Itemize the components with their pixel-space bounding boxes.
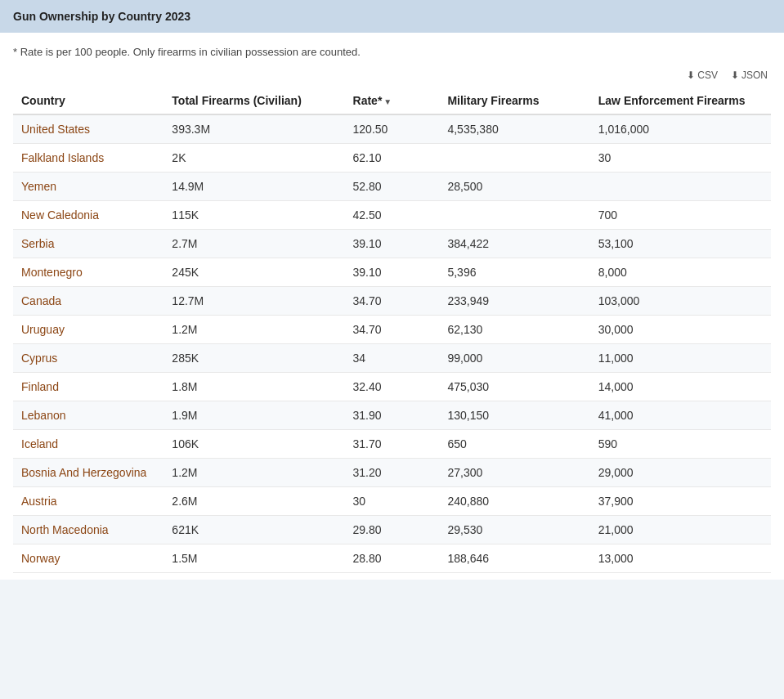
cell-total: 14.9M bbox=[164, 173, 344, 201]
table-row: Montenegro245K39.105,3968,000 bbox=[13, 258, 771, 287]
cell-country: Falkland Islands bbox=[13, 144, 164, 173]
table-row: Uruguay1.2M34.7062,13030,000 bbox=[13, 316, 771, 344]
cell-country: North Macedonia bbox=[13, 516, 164, 544]
cell-total: 12.7M bbox=[164, 287, 344, 316]
cell-rate: 31.70 bbox=[345, 430, 440, 459]
country-link[interactable]: Canada bbox=[21, 294, 61, 307]
cell-military: 240,880 bbox=[439, 487, 589, 516]
country-link[interactable]: Lebanon bbox=[21, 409, 66, 422]
cell-military: 28,500 bbox=[439, 173, 589, 201]
cell-total: 2.6M bbox=[164, 487, 344, 516]
cell-military: 233,949 bbox=[439, 287, 589, 316]
country-link[interactable]: Falkland Islands bbox=[21, 151, 104, 164]
cell-military bbox=[439, 144, 589, 173]
country-link[interactable]: New Caledonia bbox=[21, 208, 99, 222]
cell-total: 1.5M bbox=[164, 544, 344, 573]
country-link[interactable]: Norway bbox=[21, 552, 60, 565]
country-link[interactable]: Austria bbox=[21, 495, 57, 508]
cell-military: 130,150 bbox=[439, 401, 589, 430]
cell-country: Yemen bbox=[13, 173, 164, 201]
cell-country: Iceland bbox=[13, 430, 164, 459]
cell-country: New Caledonia bbox=[13, 201, 164, 230]
cell-country: Cyprus bbox=[13, 344, 164, 373]
cell-rate: 34 bbox=[345, 344, 440, 373]
cell-law: 30 bbox=[590, 144, 771, 173]
country-link[interactable]: Montenegro bbox=[21, 266, 83, 279]
download-icon: ⬇ bbox=[687, 69, 695, 81]
col-header-military: Military Firearms bbox=[439, 87, 589, 114]
country-link[interactable]: Bosnia And Herzegovina bbox=[21, 466, 146, 479]
country-link[interactable]: Cyprus bbox=[21, 352, 57, 365]
json-button[interactable]: ⬇ JSON bbox=[728, 68, 771, 83]
table-row: New Caledonia115K42.50700 bbox=[13, 201, 771, 230]
cell-total: 106K bbox=[164, 430, 344, 459]
cell-military: 188,646 bbox=[439, 544, 589, 573]
cell-total: 285K bbox=[164, 344, 344, 373]
cell-law: 30,000 bbox=[590, 316, 771, 344]
note-text: * Rate is per 100 people. Only firearms … bbox=[13, 46, 771, 58]
cell-military: 5,396 bbox=[439, 258, 589, 287]
cell-country: Lebanon bbox=[13, 401, 164, 430]
cell-law: 14,000 bbox=[590, 373, 771, 401]
cell-total: 245K bbox=[164, 258, 344, 287]
table-row: Yemen14.9M52.8028,500 bbox=[13, 173, 771, 201]
cell-military bbox=[439, 201, 589, 230]
cell-law: 21,000 bbox=[590, 516, 771, 544]
table-row: Cyprus285K3499,00011,000 bbox=[13, 344, 771, 373]
cell-rate: 120.50 bbox=[345, 114, 440, 144]
cell-country: Norway bbox=[13, 544, 164, 573]
country-link[interactable]: North Macedonia bbox=[21, 523, 109, 536]
table-row: United States393.3M120.504,535,3801,016,… bbox=[13, 114, 771, 144]
cell-country: Austria bbox=[13, 487, 164, 516]
cell-total: 115K bbox=[164, 201, 344, 230]
country-link[interactable]: United States bbox=[21, 123, 90, 136]
cell-country: Finland bbox=[13, 373, 164, 401]
cell-military: 29,530 bbox=[439, 516, 589, 544]
cell-rate: 39.10 bbox=[345, 258, 440, 287]
cell-total: 2.7M bbox=[164, 230, 344, 258]
cell-law bbox=[590, 173, 771, 201]
cell-rate: 52.80 bbox=[345, 173, 440, 201]
cell-law: 37,900 bbox=[590, 487, 771, 516]
data-table: Country Total Firearms (Civilian) Rate*▼… bbox=[13, 87, 771, 573]
cell-rate: 34.70 bbox=[345, 287, 440, 316]
cell-military: 27,300 bbox=[439, 459, 589, 487]
csv-button[interactable]: ⬇ CSV bbox=[683, 68, 721, 83]
table-row: Iceland106K31.70650590 bbox=[13, 430, 771, 459]
country-link[interactable]: Serbia bbox=[21, 237, 54, 250]
cell-law: 103,000 bbox=[590, 287, 771, 316]
cell-rate: 31.20 bbox=[345, 459, 440, 487]
table-row: Canada12.7M34.70233,949103,000 bbox=[13, 287, 771, 316]
csv-label: CSV bbox=[697, 69, 718, 81]
country-link[interactable]: Finland bbox=[21, 380, 59, 393]
cell-country: Bosnia And Herzegovina bbox=[13, 459, 164, 487]
cell-total: 2K bbox=[164, 144, 344, 173]
cell-rate: 29.80 bbox=[345, 516, 440, 544]
cell-military: 62,130 bbox=[439, 316, 589, 344]
cell-total: 1.2M bbox=[164, 459, 344, 487]
cell-military: 650 bbox=[439, 430, 589, 459]
cell-country: Montenegro bbox=[13, 258, 164, 287]
cell-total: 393.3M bbox=[164, 114, 344, 144]
table-body: United States393.3M120.504,535,3801,016,… bbox=[13, 114, 771, 573]
cell-military: 99,000 bbox=[439, 344, 589, 373]
cell-total: 1.8M bbox=[164, 373, 344, 401]
page-wrapper: Gun Ownership by Country 2023 * Rate is … bbox=[0, 0, 784, 580]
cell-law: 590 bbox=[590, 430, 771, 459]
cell-total: 1.9M bbox=[164, 401, 344, 430]
table-row: Finland1.8M32.40475,03014,000 bbox=[13, 373, 771, 401]
cell-country: Uruguay bbox=[13, 316, 164, 344]
cell-law: 700 bbox=[590, 201, 771, 230]
download-icon-2: ⬇ bbox=[731, 69, 739, 81]
country-link[interactable]: Iceland bbox=[21, 437, 58, 450]
cell-law: 11,000 bbox=[590, 344, 771, 373]
col-header-total: Total Firearms (Civilian) bbox=[164, 87, 344, 114]
country-link[interactable]: Uruguay bbox=[21, 323, 65, 336]
cell-law: 13,000 bbox=[590, 544, 771, 573]
country-link[interactable]: Yemen bbox=[21, 180, 56, 193]
col-header-country: Country bbox=[13, 87, 164, 114]
cell-rate: 34.70 bbox=[345, 316, 440, 344]
col-header-rate[interactable]: Rate*▼ bbox=[345, 87, 440, 114]
page-title: Gun Ownership by Country 2023 bbox=[13, 10, 771, 23]
cell-total: 1.2M bbox=[164, 316, 344, 344]
